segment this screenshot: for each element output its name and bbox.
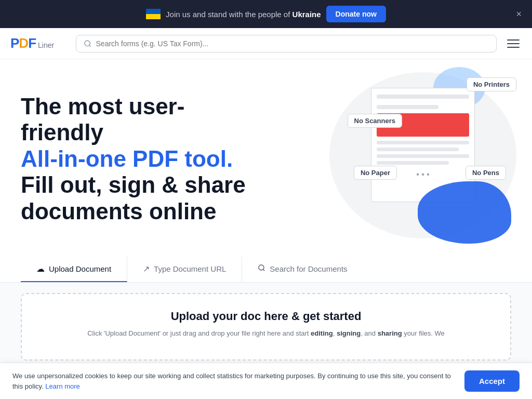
header: PDF Liner	[0, 28, 532, 59]
upload-description: Click 'Upload Document' or just drag and…	[32, 328, 500, 339]
search-input[interactable]	[96, 39, 489, 48]
search-bar	[76, 35, 497, 52]
upload-title: Upload your doc here & get started	[32, 310, 500, 323]
svg-line-1	[89, 45, 91, 47]
svg-point-2	[259, 265, 264, 270]
url-icon: ↗	[143, 264, 150, 274]
banner-close-button[interactable]: ×	[516, 9, 522, 19]
tab-search-label: Search for Documents	[270, 264, 347, 273]
svg-line-3	[263, 269, 265, 271]
search-icon	[84, 39, 92, 48]
logo-liner: Liner	[38, 41, 54, 49]
tag-no-paper: No Paper	[354, 166, 397, 180]
illustration-container: • • • No Printers No Scanners No Paper N…	[298, 62, 516, 249]
upload-section: Upload your doc here & get started Click…	[0, 283, 532, 371]
tab-upload[interactable]: ☁ Upload Document	[21, 257, 127, 282]
upload-area[interactable]: Upload your doc here & get started Click…	[21, 293, 511, 361]
hero-illustration: • • • No Printers No Scanners No Paper N…	[260, 72, 511, 249]
tag-no-printers: No Printers	[467, 77, 516, 91]
ukraine-banner: Join us and stand with the people of Ukr…	[0, 0, 532, 28]
cookie-text: We use unpersonalized cookies to keep ou…	[12, 371, 456, 391]
accept-cookies-button[interactable]: Accept	[464, 370, 520, 392]
tab-search[interactable]: Search for Documents	[242, 257, 363, 282]
tag-no-pens: No Pens	[466, 166, 506, 180]
cookie-banner: We use unpersonalized cookies to keep ou…	[0, 363, 532, 399]
tabs-section: ☁ Upload Document ↗ Type Document URL Se…	[0, 257, 532, 283]
tag-no-scanners: No Scanners	[348, 114, 402, 128]
hero-text: The most user- friendly All-in-one PDF t…	[21, 94, 260, 228]
tab-upload-label: Upload Document	[49, 264, 111, 273]
donate-button[interactable]: Donate now	[326, 6, 386, 22]
illus-blob-blue	[418, 181, 511, 244]
hero-blue-text: All-in-one PDF tool	[21, 146, 227, 171]
ukraine-flag	[146, 9, 161, 19]
upload-icon: ☁	[36, 264, 45, 274]
logo-text: PDF	[10, 35, 36, 51]
tab-url-label: Type Document URL	[154, 264, 226, 273]
search-tab-icon	[258, 264, 265, 274]
hero-section: The most user- friendly All-in-one PDF t…	[0, 59, 532, 257]
banner-text: Join us and stand with the people of Ukr…	[166, 10, 321, 19]
hero-heading: The most user- friendly All-in-one PDF t…	[21, 94, 260, 225]
learn-more-link[interactable]: Learn more	[45, 382, 79, 390]
hamburger-menu-button[interactable]	[505, 37, 522, 50]
svg-point-0	[85, 41, 90, 46]
tab-url[interactable]: ↗ Type Document URL	[127, 257, 242, 282]
document-tabs: ☁ Upload Document ↗ Type Document URL Se…	[21, 257, 511, 282]
logo[interactable]: PDF Liner	[10, 35, 68, 51]
